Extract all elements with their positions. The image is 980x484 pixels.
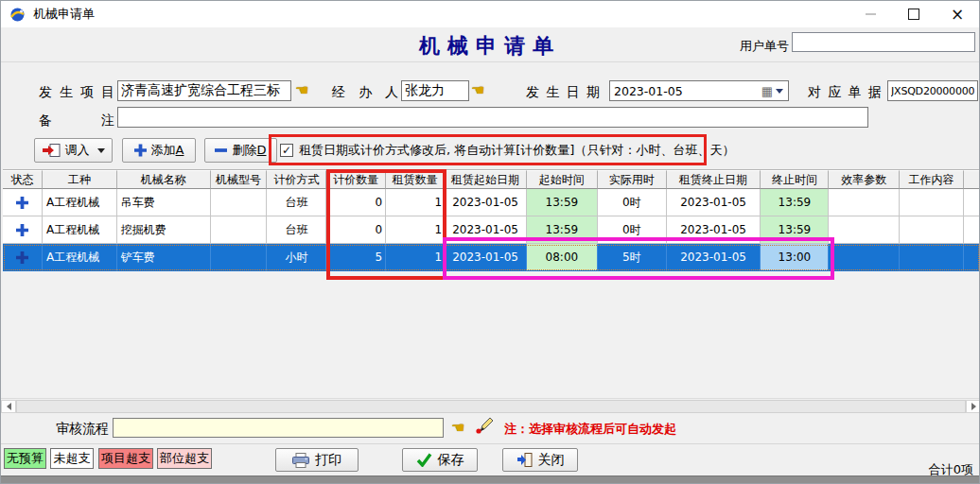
doc-input[interactable] [887,80,978,101]
minimize-button[interactable] [849,1,892,27]
maximize-icon [908,9,919,20]
cell-work-content[interactable] [900,244,964,271]
cell-price-qty[interactable]: 0 [326,216,386,244]
cell-work-content[interactable] [900,189,964,216]
cell-end-date[interactable]: 2023-01-05 [667,189,761,216]
cell-price-qty[interactable]: 0 [326,189,386,216]
cell-pricing[interactable]: 小时 [267,244,326,271]
col-header-status[interactable]: 状态 [3,170,43,189]
cell-efficiency[interactable] [829,189,900,216]
plus-icon [134,144,147,157]
col-header-machine-name[interactable]: 机械名称 [117,170,211,189]
close-icon: × [951,7,964,23]
cell-end-time[interactable]: 13:59 [761,216,829,244]
table-row[interactable]: A工程机械 吊车费 台班 0 1 2023-01-05 13:59 0时 202… [3,189,980,216]
form-header: 机械申请单 用户单号 [1,27,979,62]
table-row[interactable]: A工程机械 挖掘机费 台班 0 1 2023-01-05 13:59 0时 20… [3,216,980,244]
cell-efficiency[interactable] [829,216,900,244]
cell-pricing[interactable]: 台班 [267,216,326,244]
cell-end-date[interactable]: 2023-01-05 [667,216,761,244]
review-sign-pen-icon[interactable] [475,417,494,434]
add-label: 添加A [151,142,184,159]
row-status-plus-icon [16,251,28,264]
cell-price-qty[interactable]: 5 [326,244,386,271]
cell-end-date[interactable]: 2023-01-05 [667,244,761,271]
table-row-selected[interactable]: A工程机械 铲车费 小时 5 1 2023-01-05 08:00 5时 202… [3,244,980,271]
project-select-hand-icon[interactable]: ☚ [295,81,308,99]
machinery-application-window: 机械申请单 × 机械申请单 用户单号 发生项目 ☚ 经 办 人 ☚ 发生日期 2… [0,0,980,484]
cell-model[interactable] [211,216,268,244]
operator-select-hand-icon[interactable]: ☚ [471,81,484,99]
window-bottom-edge [1,475,980,483]
save-button[interactable]: 保存 [402,448,478,472]
row-status-plus-icon [16,197,28,209]
minimize-icon [866,13,876,15]
col-header-worktype[interactable]: 工种 [43,170,117,189]
import-button[interactable]: 调入 [34,138,113,163]
cell-efficiency[interactable] [829,244,900,271]
col-header-model[interactable]: 机械型号 [211,170,268,189]
cell-worktype[interactable]: A工程机械 [43,244,117,271]
auto-calc-checkbox[interactable]: ✓ [280,144,293,157]
col-header-pricing-method[interactable]: 计价方式 [267,170,326,189]
cell-start-time[interactable]: 13:59 [527,189,598,216]
cell-end-time[interactable]: 13:59 [761,189,829,216]
close-button[interactable]: × [936,1,979,27]
check-icon [416,453,432,467]
col-header-end-date[interactable]: 租赁终止日期 [667,170,761,189]
review-select-hand-icon[interactable]: ☚ [451,419,464,437]
operator-input[interactable] [401,80,469,101]
add-button[interactable]: 添加A [122,138,196,163]
cell-start-date[interactable]: 2023-01-05 [445,244,527,271]
col-header-rent-qty[interactable]: 租赁数量 [386,170,445,189]
cell-actual-time[interactable]: 0时 [598,216,667,244]
cell-end-time[interactable]: 13:00 [761,244,829,271]
remark-input[interactable] [117,107,868,128]
delete-button[interactable]: 删除D [204,138,277,163]
auto-calc-checkbox-row[interactable]: ✓ 租赁日期或计价方式修改后, 将自动计算[计价数量]（只针对：小时、台班、天） [280,142,734,159]
print-button[interactable]: 打印 [275,448,359,472]
close-form-button[interactable]: 关闭 [502,448,578,472]
cell-rent-qty[interactable]: 1 [386,244,445,271]
cell-work-content[interactable] [900,216,964,244]
review-flow-input[interactable] [113,418,444,438]
scroll-left-button[interactable] [1,400,16,413]
cell-pricing[interactable]: 台班 [267,189,326,216]
col-header-start-time[interactable]: 起始时间 [527,170,598,189]
col-header-efficiency[interactable]: 效率参数 [829,170,900,189]
import-dropdown-icon[interactable] [97,148,105,153]
col-header-price-qty[interactable]: 计价数量 [326,170,386,189]
cell-start-time[interactable]: 08:00 [527,244,598,271]
scrollbar-thumb[interactable] [16,400,966,413]
cell-machine-name[interactable]: 吊车费 [117,189,211,216]
cell-actual-time[interactable]: 5时 [598,244,667,271]
save-label: 保存 [438,452,464,469]
printer-icon [292,453,309,468]
cell-actual-time[interactable]: 0时 [598,189,667,216]
col-header-start-date[interactable]: 租赁起始日期 [445,170,527,189]
project-input[interactable] [117,80,291,101]
cell-start-time[interactable]: 13:59 [527,216,598,244]
col-header-work-content[interactable]: 工作内容 [900,170,964,189]
col-header-actual-time[interactable]: 实际用时 [598,170,667,189]
cell-worktype[interactable]: A工程机械 [43,216,117,244]
col-header-filler [964,170,980,189]
cell-start-date[interactable]: 2023-01-05 [445,216,527,244]
badge-project-over: 项目超支 [98,448,153,469]
cell-rent-qty[interactable]: 1 [386,189,445,216]
cell-start-date[interactable]: 2023-01-05 [445,189,527,216]
date-picker[interactable]: 2023-01-05 ▦ [609,80,789,101]
date-dropdown-icon[interactable] [776,89,783,94]
cell-machine-name[interactable]: 铲车费 [117,244,211,271]
col-header-end-time[interactable]: 终止时间 [761,170,829,189]
cell-model[interactable] [211,189,268,216]
cell-rent-qty[interactable]: 1 [386,216,445,244]
scroll-right-button[interactable] [966,400,980,413]
user-no-label: 用户单号 [740,38,789,55]
user-no-input[interactable] [792,32,975,52]
cell-worktype[interactable]: A工程机械 [43,189,117,216]
cell-machine-name[interactable]: 挖掘机费 [117,216,211,244]
cell-model[interactable] [211,244,268,271]
maximize-button[interactable] [892,1,936,27]
horizontal-scrollbar[interactable] [1,398,980,413]
